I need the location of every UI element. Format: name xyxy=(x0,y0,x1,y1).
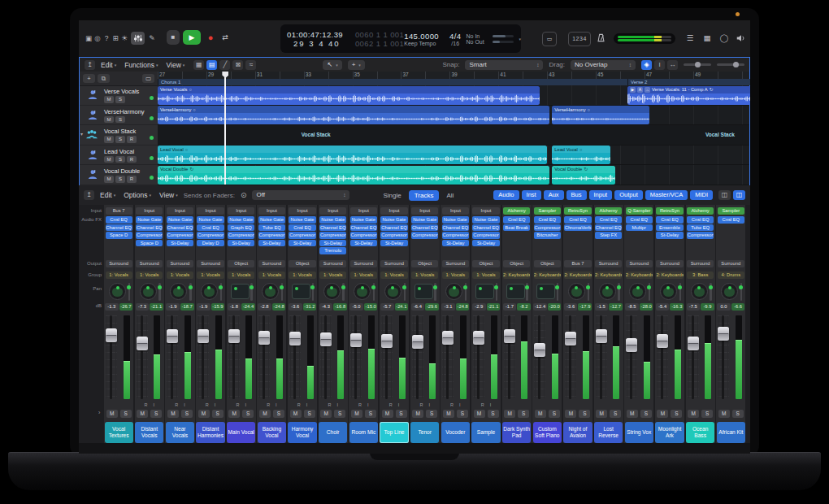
output-slot[interactable]: Surround xyxy=(106,260,132,267)
solo-button[interactable]: S xyxy=(120,410,132,418)
solo-button[interactable]: S xyxy=(150,410,162,418)
pan-spread-slider[interactable] xyxy=(465,283,467,301)
track-lane[interactable]: VerseHarmony○VerseHarmony○ xyxy=(158,106,749,126)
record-enable-button[interactable]: R xyxy=(328,402,331,408)
plugin-slot[interactable]: Channel EQ xyxy=(319,224,346,232)
volume-value[interactable]: -3.6 xyxy=(289,303,302,311)
channel-name[interactable]: Distant Vocals xyxy=(135,422,163,443)
pan-spread-slider[interactable] xyxy=(557,283,559,301)
pan-knob[interactable] xyxy=(201,283,218,300)
record-enable-button[interactable]: R xyxy=(144,402,147,408)
group-slot[interactable]: 2: Keyboards xyxy=(626,272,653,279)
mute-button[interactable]: M xyxy=(382,410,393,418)
solo-button[interactable]: S xyxy=(115,116,125,124)
plugin-slot[interactable]: Delay D xyxy=(197,240,224,247)
screen-control-icon[interactable]: ▭ xyxy=(542,32,557,46)
pan-knob[interactable] xyxy=(721,283,738,300)
plugin-slot[interactable]: Compressor xyxy=(258,232,285,239)
peak-value[interactable]: -17.9 xyxy=(578,303,592,311)
instrument-slot[interactable]: RetroSyn xyxy=(564,207,591,215)
plugin-slot[interactable]: Space D xyxy=(136,240,163,247)
channel-name[interactable]: Main Vocal xyxy=(227,422,255,443)
metronome-button[interactable] xyxy=(594,32,607,45)
track-lane[interactable]: Vocal StackVocal Stack xyxy=(158,125,749,146)
filter-audio[interactable]: Audio xyxy=(493,190,519,200)
group-slot[interactable]: 3: Bass xyxy=(687,272,714,279)
take-folder-button[interactable]: ▶ xyxy=(630,87,636,93)
peak-value[interactable]: -28.0 xyxy=(640,303,653,311)
mute-button[interactable]: M xyxy=(718,410,730,418)
browsers-icon[interactable] xyxy=(735,32,748,45)
group-slot[interactable]: 1: Vocals xyxy=(289,272,315,279)
mixer-scope-all[interactable]: All xyxy=(441,190,459,201)
tracks-mode-button-1[interactable]: I xyxy=(654,60,665,70)
menu-edit[interactable]: Edit▾ xyxy=(101,61,116,69)
panel-corner-icon[interactable]: ↥ xyxy=(85,60,95,70)
take-folder-button[interactable]: ︿ xyxy=(645,87,650,93)
plugin-slot[interactable]: Channel EQ xyxy=(136,224,163,232)
volume-value[interactable]: -1.8 xyxy=(228,303,241,311)
solo-button[interactable]: S xyxy=(610,410,621,418)
audio-region[interactable]: Vocal Double↻ xyxy=(158,166,549,185)
instrument-slot[interactable]: Sampler xyxy=(534,207,561,215)
group-slot[interactable]: 1: Vocals xyxy=(350,272,377,279)
filter-aux[interactable]: Aux xyxy=(544,190,564,200)
input-slot[interactable]: Bus 7 xyxy=(106,207,132,215)
record-enable-button[interactable]: R xyxy=(419,402,423,408)
solo-button[interactable]: S xyxy=(115,176,125,183)
group-slot[interactable]: 1: Vocals xyxy=(167,272,193,279)
group-slot[interactable]: 1: Vocals xyxy=(442,272,469,279)
channel-name[interactable]: Tenor xyxy=(410,422,439,443)
plugin-slot[interactable]: Tremolo xyxy=(319,247,346,254)
input-slot[interactable]: Input xyxy=(380,207,407,215)
volume-value[interactable]: -3.1 xyxy=(441,303,455,311)
plugin-slot[interactable]: Ensemble xyxy=(656,224,683,232)
pan-spread-slider[interactable] xyxy=(588,283,590,301)
plugin-slot[interactable]: Compressor xyxy=(442,232,469,239)
solo-button[interactable]: S xyxy=(426,410,437,418)
record-button[interactable]: ● xyxy=(204,30,217,45)
solo-button[interactable]: S xyxy=(273,410,284,418)
plugin-slot[interactable]: Noise Gate xyxy=(167,216,193,224)
count-in-button[interactable]: 1234 xyxy=(568,32,591,46)
pan-spread-slider[interactable] xyxy=(342,283,345,301)
group-slot[interactable]: 1: Vocals xyxy=(258,272,285,279)
vertical-zoom-slider[interactable] xyxy=(684,63,711,66)
output-slot[interactable]: Object xyxy=(411,260,438,267)
instrument-slot[interactable]: Alchemy xyxy=(595,207,622,215)
mute-button[interactable]: M xyxy=(104,156,114,163)
plugin-slot[interactable]: Channel EQ xyxy=(350,224,377,232)
output-slot[interactable]: Surround xyxy=(626,260,653,267)
output-slot[interactable]: Object xyxy=(228,260,254,267)
group-slot[interactable]: 2: Keyboards xyxy=(534,272,561,279)
track-name[interactable]: VerseHarmony xyxy=(104,108,145,115)
track-name[interactable]: Vocal Stack xyxy=(104,128,136,135)
track-header-vocal-double[interactable]: Vocal DoubleMSR xyxy=(80,165,158,185)
output-slot[interactable]: Surround xyxy=(197,260,224,267)
channel-name[interactable]: Moonlight Ark xyxy=(655,422,684,443)
volume-value[interactable]: -7.5 xyxy=(687,303,701,311)
input-monitor-button[interactable]: I xyxy=(459,402,461,408)
mute-button[interactable]: M xyxy=(535,410,546,418)
fader[interactable] xyxy=(137,337,148,350)
peak-value[interactable]: -16.3 xyxy=(670,303,684,311)
record-button[interactable]: R xyxy=(127,136,137,143)
panel-corner-icon[interactable]: ↥ xyxy=(84,190,94,200)
input-slot[interactable]: Input xyxy=(228,207,254,215)
group-slot[interactable]: 2: Keyboards xyxy=(595,272,622,279)
pan-spread-slider[interactable] xyxy=(618,283,620,301)
fader[interactable] xyxy=(320,332,332,346)
pan-spread-slider[interactable] xyxy=(740,283,743,301)
object-pan-pad[interactable] xyxy=(292,284,310,299)
playhead[interactable] xyxy=(224,72,226,185)
mute-button[interactable]: M xyxy=(104,176,114,183)
plugin-slot[interactable]: Compressor xyxy=(411,232,438,239)
mixer-icon[interactable] xyxy=(131,32,145,45)
peak-value[interactable]: -6.6 xyxy=(731,303,745,311)
track-lane[interactable]: Vocal Double↻Vocal Double↻ xyxy=(158,165,749,185)
strip-width-icon-0[interactable]: ◫ xyxy=(718,190,731,200)
sends-mode-dropdown[interactable]: Off↕ xyxy=(252,190,349,200)
pan-knob[interactable] xyxy=(323,283,341,300)
pan-spread-slider[interactable] xyxy=(189,283,192,301)
plugin-slot[interactable]: St-Delay xyxy=(319,240,346,247)
